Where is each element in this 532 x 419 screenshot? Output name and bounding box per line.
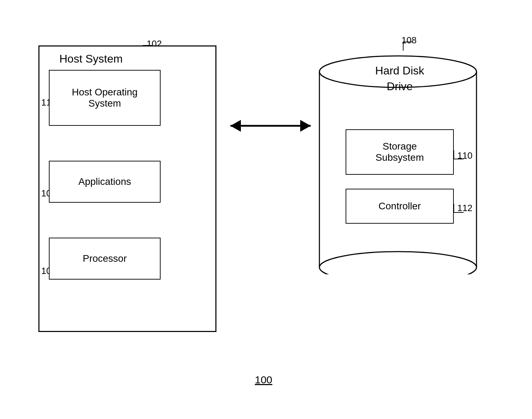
applications-label: Applications: [79, 176, 131, 187]
hdd-label: Hard DiskDrive: [323, 63, 476, 94]
diagram-container: 102 Host System 114 Host OperatingSystem…: [17, 17, 515, 402]
controller-label: Controller: [378, 201, 421, 212]
host-os-box: Host OperatingSystem: [49, 70, 161, 126]
host-os-label: Host OperatingSystem: [72, 87, 138, 109]
host-system-label: Host System: [59, 52, 123, 65]
svg-marker-2: [300, 120, 311, 132]
storage-subsystem-box: StorageSubsystem: [346, 129, 454, 175]
bracket-110: [453, 149, 467, 162]
applications-box: Applications: [49, 161, 161, 203]
figure-label: 100: [255, 374, 272, 386]
bidirectional-arrow: [220, 114, 321, 139]
processor-label: Processor: [83, 253, 127, 264]
svg-marker-1: [230, 120, 241, 132]
processor-box: Processor: [49, 238, 161, 280]
controller-box: Controller: [346, 189, 454, 224]
bracket-112: [453, 202, 467, 216]
storage-subsystem-label: StorageSubsystem: [376, 141, 424, 163]
ref-108-label: 108: [401, 35, 416, 46]
